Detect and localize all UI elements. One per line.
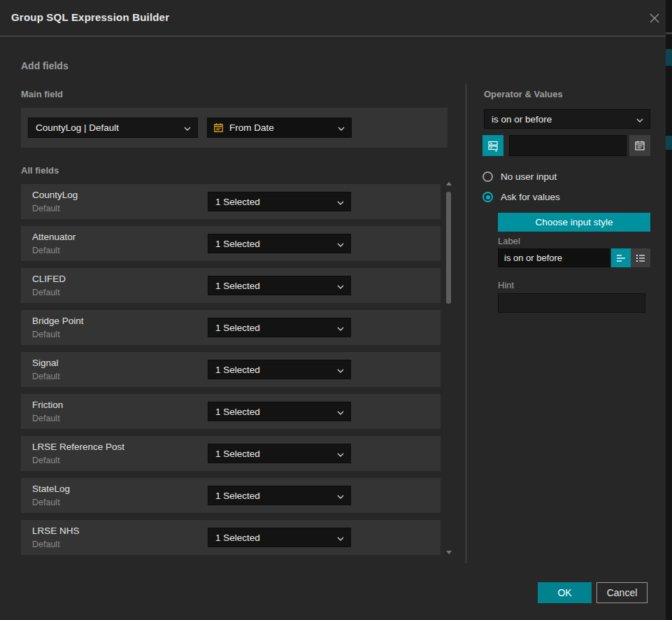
scroll-down-icon[interactable] — [446, 551, 452, 554]
all-fields-list: CountyLogDefault1 SelectedAttenuatorDefa… — [21, 184, 441, 562]
main-layer-select-value: CountyLog | Default — [29, 122, 184, 133]
field-sublabel: Default — [32, 204, 60, 213]
field-values-select-value: 1 Selected — [208, 239, 337, 249]
choose-input-style-button[interactable]: Choose input style — [498, 213, 650, 232]
field-name: CountyLog — [32, 190, 78, 200]
operator-select-value: is on or before — [485, 114, 636, 125]
scrollbar-thumb[interactable] — [446, 192, 451, 304]
all-fields-label: All fields — [21, 165, 59, 176]
calendar-icon — [213, 122, 224, 133]
chevron-down-icon — [337, 533, 344, 543]
field-row: CountyLogDefault1 Selected — [21, 184, 441, 219]
bulleted-list-icon[interactable] — [631, 248, 650, 267]
field-name: Friction — [32, 400, 63, 410]
field-values-select-value: 1 Selected — [208, 407, 337, 417]
field-values-select-value: 1 Selected — [208, 449, 337, 459]
chevron-down-icon — [337, 407, 344, 417]
add-fields-heading: Add fields — [21, 60, 69, 71]
main-field-label: Main field — [21, 89, 63, 99]
field-values-select[interactable]: 1 Selected — [208, 402, 351, 421]
main-field-select-value: From Date — [229, 122, 338, 133]
radio-no-user-input[interactable]: No user input — [482, 171, 557, 182]
chevron-down-icon — [337, 281, 344, 291]
stacked-values-icon[interactable] — [482, 135, 503, 156]
fields-list-scrollbar[interactable] — [445, 181, 452, 558]
background-app-strip — [666, 0, 672, 620]
field-sublabel: Default — [32, 246, 60, 255]
field-sublabel: Default — [32, 414, 60, 423]
field-sublabel: Default — [32, 372, 60, 381]
hint-field-label: Hint — [498, 280, 514, 290]
main-layer-select[interactable]: CountyLog | Default — [28, 118, 198, 138]
chevron-down-icon — [337, 197, 344, 207]
field-row: LRSE Reference PostDefault1 Selected — [21, 436, 441, 471]
field-name: Attenuator — [32, 232, 76, 242]
field-values-select-value: 1 Selected — [208, 323, 337, 333]
field-name: LRSE NHS — [32, 526, 80, 536]
field-values-select-value: 1 Selected — [208, 491, 337, 501]
field-row: Bridge PointDefault1 Selected — [21, 310, 441, 345]
chevron-down-icon — [337, 449, 344, 459]
field-values-select[interactable]: 1 Selected — [208, 486, 351, 505]
close-icon[interactable] — [646, 10, 663, 27]
field-sublabel: Default — [32, 456, 60, 465]
group-sql-expression-builder-dialog: Group SQL Expression Builder Add fields … — [0, 0, 672, 620]
field-name: StateLog — [32, 484, 70, 494]
chevron-down-icon — [338, 122, 345, 133]
field-name: CLIFED — [32, 274, 66, 284]
chevron-down-icon — [337, 365, 344, 375]
align-left-icon[interactable] — [611, 248, 631, 267]
field-values-select-value: 1 Selected — [208, 197, 337, 207]
field-values-select-value: 1 Selected — [208, 533, 337, 543]
dialog-header: Group SQL Expression Builder — [0, 0, 666, 36]
label-field-label: Label — [498, 236, 520, 246]
field-values-select-value: 1 Selected — [208, 365, 337, 375]
field-row: CLIFEDDefault1 Selected — [21, 268, 441, 303]
field-row: StateLogDefault1 Selected — [21, 478, 441, 513]
cancel-button[interactable]: Cancel — [596, 582, 648, 603]
field-values-select-value: 1 Selected — [208, 281, 337, 291]
scroll-up-icon[interactable] — [446, 182, 452, 185]
calendar-picker-icon[interactable] — [629, 135, 650, 156]
field-values-select[interactable]: 1 Selected — [208, 276, 351, 295]
background-fragment — [666, 49, 672, 66]
field-sublabel: Default — [32, 498, 60, 507]
chevron-down-icon — [184, 122, 191, 133]
field-values-select[interactable]: 1 Selected — [208, 192, 351, 211]
radio-ask-for-values-label: Ask for values — [501, 192, 560, 202]
panel-divider — [466, 84, 466, 563]
field-row: SignalDefault1 Selected — [21, 352, 441, 387]
field-values-select[interactable]: 1 Selected — [208, 444, 351, 463]
radio-ask-for-values[interactable]: Ask for values — [482, 192, 560, 202]
field-row: FrictionDefault1 Selected — [21, 394, 441, 429]
field-sublabel: Default — [32, 288, 60, 297]
chevron-down-icon — [337, 239, 344, 249]
radio-checked-icon[interactable] — [482, 192, 493, 202]
date-value-input[interactable] — [509, 135, 627, 156]
operator-select[interactable]: is on or before — [484, 109, 650, 129]
chevron-down-icon — [337, 491, 344, 501]
field-name: Signal — [32, 358, 59, 368]
label-input[interactable] — [498, 248, 610, 267]
field-row: LRSE NHSDefault1 Selected — [21, 520, 441, 555]
chevron-down-icon — [337, 323, 344, 333]
operator-values-heading: Operator & Values — [484, 89, 563, 99]
ok-button[interactable]: OK — [538, 582, 592, 603]
field-name: LRSE Reference Post — [32, 442, 124, 452]
field-values-select[interactable]: 1 Selected — [208, 360, 351, 379]
field-values-select[interactable]: 1 Selected — [208, 318, 351, 337]
field-values-select[interactable]: 1 Selected — [208, 234, 351, 253]
radio-unchecked-icon[interactable] — [482, 171, 493, 182]
field-sublabel: Default — [32, 330, 60, 339]
radio-no-user-input-label: No user input — [501, 171, 557, 182]
main-field-select[interactable]: From Date — [207, 118, 352, 138]
dialog-title: Group SQL Expression Builder — [11, 11, 169, 23]
hint-input[interactable] — [498, 293, 645, 313]
field-sublabel: Default — [32, 540, 60, 549]
background-fragment — [666, 32, 672, 34]
field-values-select[interactable]: 1 Selected — [208, 528, 351, 547]
main-field-strip: CountyLog | Default From Date — [21, 108, 448, 148]
background-fragment — [666, 136, 672, 150]
field-name: Bridge Point — [32, 316, 84, 326]
field-row: AttenuatorDefault1 Selected — [21, 226, 441, 261]
